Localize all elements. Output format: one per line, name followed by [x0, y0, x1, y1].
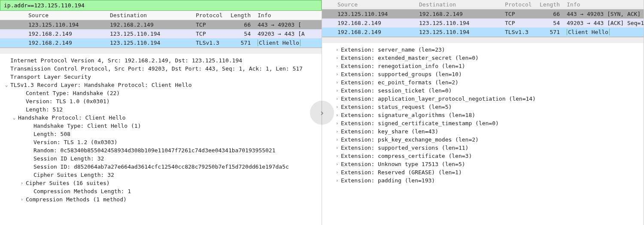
expand-closed-icon[interactable]: ›: [19, 179, 25, 187]
expand-closed-icon[interactable]: ›: [334, 78, 340, 86]
tree-node-label: Compression Methods Length: 1: [33, 187, 131, 195]
tree-node[interactable]: ›Extension: ec_point_formats (len=2): [334, 78, 644, 86]
tree-node[interactable]: Content Type: Handshake (22): [3, 89, 322, 97]
tree-node[interactable]: ›Extension: session_ticket (len=0): [334, 86, 644, 95]
cell-destination: 123.125.110.194: [107, 40, 193, 46]
tree-node[interactable]: Internet Protocol Version 4, Src: 192.16…: [3, 56, 322, 65]
tree-node[interactable]: Random: 0c58340b855042458934d308b109e110…: [3, 146, 322, 154]
tree-node[interactable]: Length: 508: [3, 130, 322, 138]
packet-row[interactable]: 192.168.2.149123.125.110.194TCP5449203 →…: [322, 18, 644, 28]
packet-list-right[interactable]: Source Destination Protocol Length Info …: [322, 0, 644, 37]
tree-node[interactable]: ›Extension: server_name (len=23): [334, 46, 644, 54]
tree-node[interactable]: Transport Layer Security: [3, 73, 322, 81]
cell-length: 54: [537, 20, 562, 26]
tree-node[interactable]: ›Compression Methods (1 method): [3, 195, 322, 203]
packet-row[interactable]: 192.168.2.149123.125.110.194TCP5449203 →…: [0, 29, 322, 38]
expand-closed-icon[interactable]: ›: [334, 111, 340, 119]
tree-node[interactable]: Compression Methods Length: 1: [3, 187, 322, 195]
expand-open-icon[interactable]: ⌄: [11, 114, 17, 122]
tree-node-label: Extension: Unknown type 17513 (len=5): [340, 160, 465, 168]
expand-closed-icon[interactable]: ›: [334, 127, 340, 136]
col-protocol[interactable]: Protocol: [193, 12, 228, 18]
cell-protocol: TLSv1.3: [502, 29, 537, 35]
tree-node[interactable]: ›Extension: extended_master_secret (len=…: [334, 54, 644, 62]
expand-closed-icon[interactable]: ›: [334, 46, 340, 54]
col-protocol[interactable]: Protocol: [502, 1, 537, 8]
tree-node[interactable]: ⌄TLSv1.3 Record Layer: Handshake Protoco…: [3, 81, 322, 89]
col-source[interactable]: Source: [335, 1, 416, 8]
col-length[interactable]: Length: [537, 1, 562, 8]
cell-destination: 192.168.2.149: [107, 22, 193, 28]
expand-closed-icon[interactable]: ›: [334, 119, 340, 127]
packet-row[interactable]: 192.168.2.149123.125.110.194TLSv1.3571Cl…: [322, 28, 644, 37]
tree-node-label: Version: TLS 1.2 (0x0303): [33, 138, 118, 146]
tree-node[interactable]: ›Extension: padding (len=193): [334, 176, 644, 185]
tree-node[interactable]: ›Extension: key_share (len=43): [334, 127, 644, 136]
expand-open-icon[interactable]: ⌄: [3, 81, 9, 89]
expand-closed-icon[interactable]: ›: [334, 136, 340, 144]
tree-node[interactable]: ›Extension: Reserved (GREASE) (len=1): [334, 168, 644, 176]
cell-destination: 123.125.110.194: [416, 20, 502, 26]
expand-closed-icon[interactable]: ›: [334, 168, 340, 176]
display-filter-input[interactable]: [3, 2, 319, 9]
tree-node[interactable]: ›Extension: signed_certificate_timestamp…: [334, 119, 644, 127]
tree-node[interactable]: ›Extension: renegotiation_info (len=1): [334, 62, 644, 70]
packet-row[interactable]: 123.125.110.194192.168.2.149TCP66443 → 4…: [0, 20, 322, 29]
expand-closed-icon[interactable]: ›: [334, 62, 340, 70]
col-info[interactable]: Info: [562, 1, 644, 8]
tree-node[interactable]: Version: TLS 1.0 (0x0301): [3, 97, 322, 105]
tree-node-label: Extension: renegotiation_info (len=1): [340, 62, 465, 70]
cell-info: 443 → 49203 [SYN, ACK] Seq=0 Ack=1: [562, 11, 644, 17]
expand-closed-icon[interactable]: ›: [334, 95, 340, 103]
tree-node[interactable]: Length: 512: [3, 105, 322, 114]
expand-closed-icon[interactable]: ›: [19, 195, 25, 203]
expand-closed-icon[interactable]: ›: [334, 144, 340, 152]
col-destination[interactable]: Destination: [416, 1, 502, 8]
tree-node[interactable]: ›Extension: status_request (len=5): [334, 103, 644, 111]
packet-row[interactable]: 123.125.110.194192.168.2.149TCP66443 → 4…: [322, 9, 644, 18]
tree-node[interactable]: ›Cipher Suites (16 suites): [3, 179, 322, 187]
expand-closed-icon[interactable]: ›: [334, 152, 340, 160]
cell-length: 54: [228, 31, 253, 37]
expand-closed-icon[interactable]: ›: [334, 86, 340, 95]
tree-node-label: Version: TLS 1.0 (0x0301): [25, 97, 110, 105]
expand-closed-icon[interactable]: ›: [334, 70, 340, 78]
tree-node[interactable]: ›Extension: supported_versions (len=11): [334, 144, 644, 152]
tree-node[interactable]: Version: TLS 1.2 (0x0303): [3, 138, 322, 146]
tree-node[interactable]: Cipher Suites Length: 32: [3, 171, 322, 179]
col-info[interactable]: Info: [253, 12, 322, 18]
tree-node-label: Extension: status_request (len=5): [340, 103, 452, 111]
tree-node[interactable]: Handshake Type: Client Hello (1): [3, 122, 322, 130]
cell-source: 123.125.110.194: [26, 22, 107, 28]
packet-row[interactable]: 192.168.2.149123.125.110.194TLSv1.3571Cl…: [0, 38, 322, 47]
packet-list-header: Source Destination Protocol Length Info: [0, 11, 322, 20]
tree-node[interactable]: ›Extension: Unknown type 17513 (len=5): [334, 160, 644, 168]
expand-closed-icon[interactable]: ›: [334, 160, 340, 168]
packet-details-left[interactable]: Internet Protocol Version 4, Src: 192.16…: [0, 54, 322, 225]
tree-node[interactable]: Transmission Control Protocol, Src Port:…: [3, 65, 322, 73]
tree-node[interactable]: Session ID Length: 32: [3, 154, 322, 163]
expand-closed-icon[interactable]: ›: [334, 176, 340, 185]
tree-node[interactable]: ›Extension: psk_key_exchange_modes (len=…: [334, 136, 644, 144]
tree-node[interactable]: ⌄Handshake Protocol: Client Hello: [3, 114, 322, 122]
expand-closed-icon[interactable]: ›: [334, 54, 340, 62]
tree-node[interactable]: ›Extension: supported_groups (len=10): [334, 70, 644, 78]
left-pane: Source Destination Protocol Length Info …: [0, 0, 322, 225]
tree-node-label: Handshake Type: Client Hello (1): [33, 122, 141, 130]
col-source[interactable]: Source: [26, 12, 107, 18]
tree-node[interactable]: ›Extension: application_layer_protocol_n…: [334, 95, 644, 103]
tree-node[interactable]: ›Extension: compress_certificate (len=3): [334, 152, 644, 160]
pane-divider-handle-icon[interactable]: ›: [310, 101, 334, 125]
expand-closed-icon[interactable]: ›: [334, 103, 340, 111]
packet-details-right[interactable]: ›Extension: server_name (len=23)›Extensi…: [322, 43, 644, 225]
hscrollbar[interactable]: [0, 48, 322, 54]
hscrollbar[interactable]: [322, 37, 644, 43]
packet-list-left[interactable]: Source Destination Protocol Length Info …: [0, 11, 322, 48]
cell-source: 192.168.2.149: [26, 31, 107, 37]
col-length[interactable]: Length: [228, 12, 253, 18]
col-destination[interactable]: Destination: [107, 12, 193, 18]
cell-source: 192.168.2.149: [335, 20, 416, 26]
tree-node[interactable]: ›Extension: signature_algorithms (len=18…: [334, 111, 644, 119]
tree-node[interactable]: Session ID: d852064ab7a27e664ad3614cfc12…: [3, 163, 322, 171]
display-filter-bar[interactable]: [0, 0, 322, 11]
